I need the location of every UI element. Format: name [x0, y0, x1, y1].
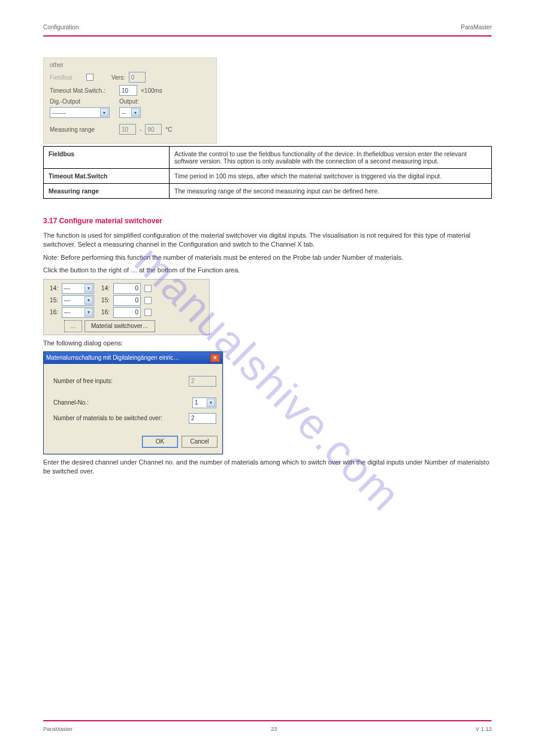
vers-label: Vers:	[111, 74, 125, 81]
measrange-sep: -	[140, 126, 141, 133]
row-right-num: 16:	[98, 309, 110, 315]
cell-key: Fieldbus	[44, 147, 170, 169]
row-select[interactable]: --- ▾	[62, 307, 94, 318]
row-num: 16:	[46, 309, 58, 315]
free-inputs-label: Number of free inputs:	[53, 378, 184, 384]
digout-select[interactable]: ------- ▾	[50, 107, 110, 118]
output-select[interactable]: -- ▾	[119, 107, 141, 118]
cell-val: Time period in 100 ms steps, after which…	[170, 169, 492, 184]
channel-label: Channel-No.:	[53, 399, 188, 406]
material-switchover-button[interactable]: Material switchover…	[84, 320, 155, 332]
fieldbus-label: Fieldbus	[50, 74, 83, 81]
paragraph-note: Note: Before performing this function th…	[43, 253, 492, 262]
fieldbus-checkbox[interactable]	[86, 74, 93, 81]
row-select[interactable]: --- ▾	[62, 295, 94, 306]
paragraph: Enter the desired channel under Channel …	[43, 458, 492, 476]
timeout-input[interactable]: 10	[119, 85, 137, 96]
page-header: Configuration ParaMaster	[43, 24, 492, 35]
description-table: Fieldbus Activate the control to use the…	[43, 146, 492, 199]
chevron-down-icon: ▾	[100, 108, 108, 117]
list-item: 14: --- ▾ 14: 0	[46, 283, 207, 294]
paragraph: The following dialog opens:	[43, 339, 492, 348]
page-footer: ParaMaster 23 V 1.12	[43, 720, 492, 732]
header-right: ParaMaster	[461, 24, 492, 31]
nummat-input[interactable]: 2	[189, 413, 216, 424]
paragraph: The function is used for simplified conf…	[43, 231, 492, 250]
dialog-title-text: Materialumschaltung mit Digitaleingängen…	[46, 354, 179, 361]
footer-left: ParaMaster	[43, 725, 72, 732]
cell-val: The measuring range of the second measur…	[170, 184, 492, 199]
cell-key: Measuring range	[44, 184, 170, 199]
cell-key: Timeout Mat.Switch	[44, 169, 170, 184]
row-select[interactable]: --- ▾	[62, 283, 94, 294]
list-item: 16: --- ▾ 16: 0	[46, 307, 207, 318]
row-value-input[interactable]: 0	[113, 295, 141, 306]
table-row: Measuring range The measuring range of t…	[44, 184, 492, 199]
channel-select[interactable]: 1 ▾	[192, 397, 216, 408]
close-icon[interactable]: ×	[210, 354, 220, 362]
row-right-num: 15:	[98, 297, 110, 303]
bottom-rule	[43, 720, 492, 722]
timeout-unit: ×100ms	[141, 87, 162, 94]
timeout-label: Timeout Mat.Switch.:	[50, 87, 116, 94]
table-row: Timeout Mat.Switch Time period in 100 ms…	[44, 169, 492, 184]
other-groupbox: other Fieldbus Vers: 0 Timeout Mat.Switc…	[43, 57, 217, 144]
material-switchover-dialog: Materialumschaltung mit Digitaleingängen…	[43, 351, 223, 454]
dialog-titlebar[interactable]: Materialumschaltung mit Digitaleingängen…	[44, 352, 222, 364]
measrange-unit: °C	[165, 126, 172, 133]
chevron-down-icon: ▾	[207, 399, 215, 407]
row-checkbox[interactable]	[144, 285, 152, 292]
row-value-input[interactable]: 0	[113, 283, 141, 294]
paragraph: Click the button to the right of … at th…	[43, 266, 492, 275]
measrange-label: Measuring range	[50, 126, 116, 133]
material-list-panel: 14: --- ▾ 14: 0 15: --- ▾ 15: 0 16:	[43, 279, 210, 335]
header-left: Configuration	[43, 24, 78, 31]
ok-button[interactable]: OK	[142, 436, 178, 448]
ellipsis-button[interactable]: …	[64, 320, 82, 332]
chevron-down-icon: ▾	[84, 308, 93, 317]
output-label: Output:	[119, 98, 139, 105]
vers-input: 0	[129, 72, 146, 83]
row-num: 14:	[46, 285, 58, 292]
chevron-down-icon: ▾	[84, 284, 93, 293]
footer-right: V 1.12	[476, 725, 492, 732]
section-title: 3.17 Configure material switchover	[43, 217, 492, 225]
row-value-input[interactable]: 0	[113, 307, 141, 318]
chevron-down-icon: ▾	[131, 108, 140, 117]
cell-val: Activate the control to use the fieldbus…	[170, 147, 492, 169]
measrange-to-input: 90	[145, 124, 162, 135]
row-checkbox[interactable]	[144, 309, 152, 316]
digout-label: Dig.-Output	[50, 98, 116, 105]
list-item: 15: --- ▾ 15: 0	[46, 295, 207, 306]
row-checkbox[interactable]	[144, 297, 152, 304]
chevron-down-icon: ▾	[84, 296, 93, 305]
free-inputs-value: 2	[189, 376, 216, 387]
nummat-label: Number of materials to be switched over:	[53, 415, 184, 421]
row-num: 15:	[46, 297, 58, 303]
table-row: Fieldbus Activate the control to use the…	[44, 147, 492, 169]
footer-page-num: 23	[271, 725, 277, 732]
cancel-button[interactable]: Cancel	[182, 436, 217, 448]
row-right-num: 14:	[98, 285, 110, 292]
measrange-from-input: 10	[119, 124, 136, 135]
other-group-label: other	[50, 62, 210, 68]
